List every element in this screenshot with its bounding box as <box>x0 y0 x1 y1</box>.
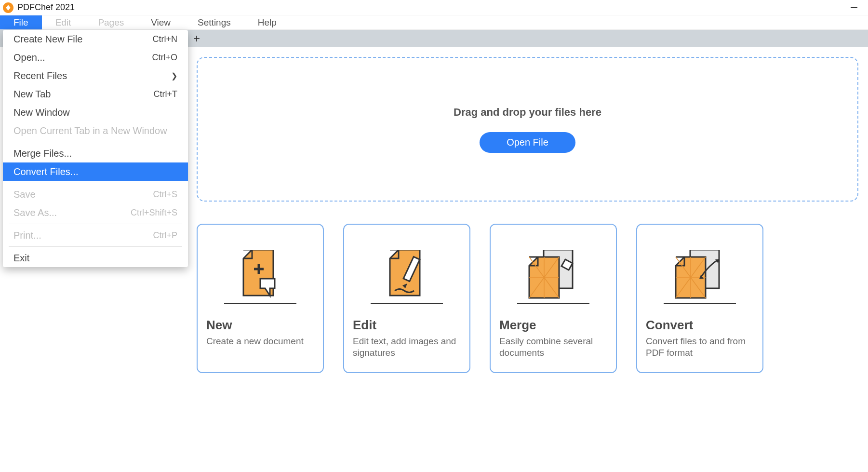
menu-item-label: Create New File <box>13 34 82 45</box>
card-merge-title: Merge <box>499 318 607 333</box>
menu-item-label: Print... <box>13 230 41 241</box>
merge-documents-icon <box>499 233 607 303</box>
convert-documents-icon <box>646 233 754 303</box>
main-area: Drag and drop your files here Open File … <box>187 47 868 472</box>
menu-separator <box>9 183 182 183</box>
menu-settings[interactable]: Settings <box>184 15 244 29</box>
file-menu-new-tab[interactable]: New Tab Ctrl+T <box>3 85 188 103</box>
menu-item-label: Exit <box>13 253 29 264</box>
card-convert-desc: Convert files to and from PDF format <box>646 336 754 359</box>
file-menu-create-new-file[interactable]: Create New File Ctrl+N <box>3 30 188 48</box>
open-file-button[interactable]: Open File <box>480 132 575 153</box>
menu-item-label: Merge Files... <box>13 148 72 159</box>
edit-document-icon <box>353 233 461 303</box>
menu-file[interactable]: File <box>0 15 42 29</box>
menu-item-label: Recent Files <box>13 70 67 81</box>
app-title: PDFChef 2021 <box>17 2 75 13</box>
file-menu-save: Save Ctrl+S <box>3 185 188 203</box>
menu-item-label: Convert Files... <box>13 166 78 177</box>
file-menu-exit[interactable]: Exit <box>3 249 188 267</box>
file-menu-open[interactable]: Open... Ctrl+O <box>3 48 188 67</box>
card-divider <box>664 303 736 304</box>
title-bar: PDFChef 2021 <box>0 0 868 15</box>
drop-zone[interactable]: Drag and drop your files here Open File <box>197 57 858 202</box>
menu-item-label: New Tab <box>13 89 51 100</box>
app-icon <box>3 2 13 13</box>
file-menu-merge-files[interactable]: Merge Files... <box>3 144 188 162</box>
menu-bar: File Edit Pages View Settings Help <box>0 15 868 30</box>
menu-item-label: Open... <box>13 52 45 63</box>
card-convert-title: Convert <box>646 318 754 333</box>
menu-help[interactable]: Help <box>244 15 290 29</box>
file-menu-convert-files[interactable]: Convert Files... <box>3 162 188 181</box>
new-tab-button[interactable]: + <box>189 31 204 46</box>
card-divider <box>371 303 443 304</box>
card-new-desc: Create a new document <box>206 336 314 347</box>
file-menu-dropdown: Create New File Ctrl+N Open... Ctrl+O Re… <box>3 30 188 267</box>
menu-pages[interactable]: Pages <box>84 15 137 29</box>
card-convert[interactable]: Convert Convert files to and from PDF fo… <box>636 224 763 373</box>
file-menu-new-window[interactable]: New Window <box>3 103 188 121</box>
menu-item-shortcut: Ctrl+P <box>153 230 177 241</box>
window-minimize-button[interactable] <box>843 0 865 15</box>
menu-item-label: Save <box>13 189 36 200</box>
card-divider <box>517 303 589 304</box>
card-merge[interactable]: Merge Easily combine several documents <box>490 224 617 373</box>
card-new[interactable]: New Create a new document <box>197 224 324 373</box>
card-edit-desc: Edit text, add images and signatures <box>353 336 461 359</box>
tab-bar: + <box>187 30 868 47</box>
menu-separator <box>9 246 182 247</box>
menu-separator <box>9 224 182 224</box>
menu-item-label: Save As... <box>13 207 57 218</box>
menu-edit[interactable]: Edit <box>42 15 85 29</box>
menu-item-label: New Window <box>13 107 70 118</box>
card-edit[interactable]: Edit Edit text, add images and signature… <box>343 224 470 373</box>
card-merge-desc: Easily combine several documents <box>499 336 607 359</box>
plus-icon: + <box>193 32 200 45</box>
card-divider <box>224 303 296 304</box>
file-menu-print: Print... Ctrl+P <box>3 226 188 244</box>
menu-item-shortcut: Ctrl+S <box>153 189 177 200</box>
menu-item-shortcut: Ctrl+O <box>152 53 177 63</box>
file-menu-save-as: Save As... Ctrl+Shift+S <box>3 203 188 222</box>
file-menu-open-current-tab: Open Current Tab in a New Window <box>3 121 188 140</box>
cards-row: New Create a new document Edit Edit text <box>197 224 858 373</box>
chevron-right-icon: ❯ <box>171 71 177 81</box>
svg-marker-4 <box>390 250 420 296</box>
menu-view[interactable]: View <box>137 15 184 29</box>
menu-item-shortcut: Ctrl+Shift+S <box>131 208 177 218</box>
new-document-icon <box>206 233 314 303</box>
file-menu-recent-files[interactable]: Recent Files ❯ <box>3 67 188 85</box>
card-edit-title: Edit <box>353 318 461 333</box>
menu-item-label: Open Current Tab in a New Window <box>13 125 167 136</box>
drop-zone-text: Drag and drop your files here <box>454 106 601 119</box>
menu-separator <box>9 142 182 142</box>
card-new-title: New <box>206 318 314 333</box>
menu-item-shortcut: Ctrl+T <box>154 89 178 99</box>
menu-item-shortcut: Ctrl+N <box>152 34 177 44</box>
